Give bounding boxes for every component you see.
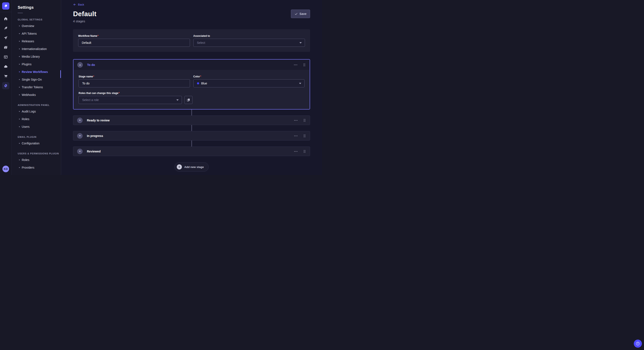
ellipsis-icon	[294, 120, 298, 121]
stage-options-button[interactable]	[294, 64, 298, 66]
sidebar-item-label: Overview	[22, 24, 34, 28]
stage-options-button[interactable]	[294, 120, 298, 121]
stage-options-button[interactable]	[294, 151, 298, 152]
sidebar-item-label: Single Sign-On	[22, 78, 42, 81]
stage-count: 4 stages	[73, 19, 310, 23]
rail-divider	[0, 12, 12, 12]
paper-plane-icon	[4, 36, 8, 40]
section-label: EMAIL PLUGIN	[18, 136, 61, 138]
plus-icon	[178, 166, 180, 168]
required-marker: *	[98, 34, 98, 37]
workflow-name-input[interactable]	[78, 39, 190, 47]
stage-drag-handle[interactable]	[303, 63, 306, 67]
sidebar-item-label: Roles	[22, 158, 30, 162]
stage-drag-handle[interactable]	[303, 134, 306, 138]
sidebar-item-review-workflows[interactable]: Review Workflows	[12, 68, 61, 76]
associated-to-select[interactable]: Select	[193, 39, 305, 47]
nav-settings[interactable]	[2, 82, 9, 89]
sidebar-item-configuration[interactable]: Configuration	[12, 140, 61, 147]
expand-stage-button[interactable]	[77, 133, 83, 139]
nav-content-type-builder[interactable]	[2, 25, 9, 32]
sidebar-item-admin-roles[interactable]: Roles	[12, 115, 61, 123]
nav-content-manager[interactable]	[2, 53, 9, 61]
stage-panel-todo: To do	[73, 59, 310, 110]
pictures-icon	[4, 45, 8, 49]
subnav-title: Settings	[18, 5, 61, 10]
sidebar-item-users[interactable]: Users	[12, 123, 61, 131]
subnav-title-divider	[18, 13, 23, 13]
nav-deploy[interactable]	[2, 34, 9, 41]
section-email-plugin: EMAIL PLUGIN Configuration	[12, 136, 61, 147]
add-new-stage-label: Add new stage	[184, 166, 204, 169]
required-marker: *	[93, 75, 94, 78]
layout-icon	[4, 55, 8, 59]
stage-title: To do	[87, 63, 95, 67]
strapi-logo[interactable]	[2, 2, 9, 9]
stage-options-button[interactable]	[294, 135, 298, 137]
home-icon	[4, 16, 8, 21]
strapi-logo-icon	[4, 4, 8, 8]
sidebar-item-providers[interactable]: Providers	[12, 164, 61, 172]
save-button[interactable]: Save	[291, 9, 310, 18]
nav-cloud[interactable]	[2, 63, 9, 70]
sidebar-item-overview[interactable]: Overview	[12, 22, 61, 30]
stage-roles-label: Roles that can change this stage*	[78, 92, 182, 95]
bullet-icon	[19, 33, 20, 34]
feather-icon	[4, 26, 8, 30]
sidebar-item-label: Configuration	[22, 142, 40, 145]
chevron-down-icon	[79, 135, 81, 137]
cloud-icon	[4, 64, 8, 69]
stage-roles-select[interactable]: Select a role	[78, 96, 182, 104]
ellipsis-icon	[294, 151, 298, 152]
required-marker: *	[118, 92, 120, 95]
sidebar-item-webhooks[interactable]: Webhooks	[12, 91, 61, 99]
expand-stage-button[interactable]	[77, 118, 83, 123]
sidebar-item-label: Media Library	[22, 55, 40, 58]
drag-dots-icon	[304, 134, 306, 137]
stage-name: Reviewed	[87, 150, 101, 153]
nav-marketplace[interactable]	[2, 72, 9, 80]
section-administration-panel: ADMINISTRATION PANEL Audit Logs Roles Us…	[12, 104, 61, 131]
chevron-down-icon	[79, 120, 81, 121]
sidebar-item-releases[interactable]: Releases	[12, 37, 61, 45]
stage-drag-handle[interactable]	[303, 150, 306, 153]
section-label: ADMINISTRATION PANEL	[18, 104, 61, 106]
expand-stage-button[interactable]	[77, 149, 83, 154]
subnav-scrollbar-thumb[interactable]	[60, 70, 61, 78]
add-new-stage-button[interactable]: Add new stage	[174, 162, 209, 172]
back-link[interactable]: Back	[73, 3, 84, 6]
bullet-icon	[19, 41, 20, 42]
shopping-cart-icon	[4, 74, 8, 78]
stage-drag-handle[interactable]	[303, 118, 306, 122]
nav-media-library[interactable]	[2, 44, 9, 51]
rail-nav	[2, 15, 9, 89]
sidebar-item-api-tokens[interactable]: API Tokens	[12, 30, 61, 37]
workflow-meta-card: Workflow Name* Associated to Select	[73, 29, 310, 52]
bullet-icon	[19, 87, 20, 88]
collapse-stage-button[interactable]	[77, 62, 83, 68]
sidebar-item-media-library[interactable]: Media Library	[12, 53, 61, 60]
color-dot	[197, 82, 199, 84]
section-users-permissions-plugin: USERS & PERMISSIONS PLUGIN Roles Provide…	[12, 152, 61, 172]
sidebar-item-label: Users	[22, 125, 30, 128]
stage-color-select[interactable]: Blue	[193, 79, 305, 87]
bullet-icon	[19, 71, 20, 72]
drag-dots-icon	[303, 63, 306, 66]
nav-home[interactable]	[2, 15, 9, 22]
sidebar-item-internationalization[interactable]: Internationalization	[12, 45, 61, 53]
section-label: USERS & PERMISSIONS PLUGIN	[18, 152, 61, 155]
back-label: Back	[78, 3, 84, 6]
sidebar-item-single-sign-on[interactable]: Single Sign-On	[12, 76, 61, 83]
stage-color-value: Blue	[201, 82, 207, 85]
sidebar-item-up-roles[interactable]: Roles	[12, 156, 61, 164]
sidebar-item-audit-logs[interactable]: Audit Logs	[12, 108, 61, 115]
duplicate-stage-button[interactable]	[184, 96, 192, 104]
user-avatar[interactable]: KD	[2, 166, 9, 172]
stage-name-input[interactable]	[78, 79, 190, 87]
bullet-icon	[19, 64, 20, 65]
sidebar-item-transfer-tokens[interactable]: Transfer Tokens	[12, 83, 61, 91]
sidebar-item-plugins[interactable]: Plugins	[12, 60, 61, 68]
sidebar-item-label: Review Workflows	[22, 70, 48, 74]
bullet-icon	[19, 126, 20, 127]
bullet-icon	[19, 94, 20, 95]
